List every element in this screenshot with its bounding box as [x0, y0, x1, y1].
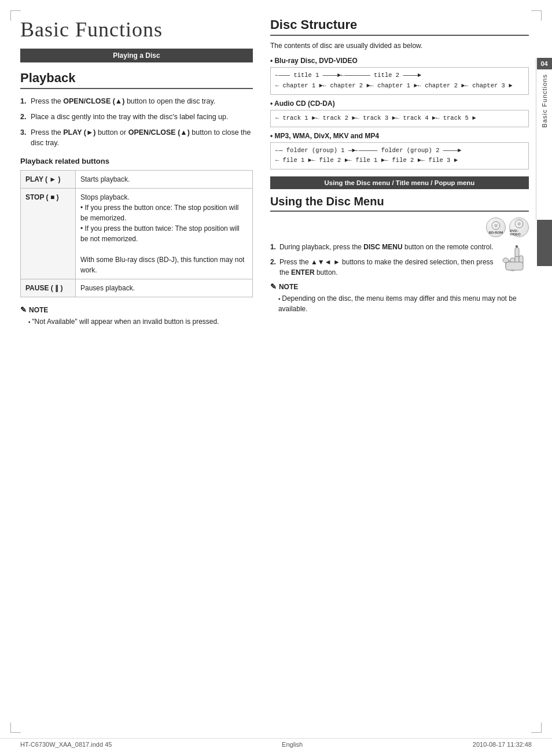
step-3-num: 3. — [20, 127, 31, 149]
table-val-pause: Pauses playback. — [76, 279, 253, 297]
svg-rect-10 — [515, 248, 519, 257]
playback-steps: 1. Press the OPEN/CLOSE (▲) button to op… — [20, 96, 253, 149]
hand-icon — [500, 242, 529, 276]
disc-structure-heading: Disc Structure — [270, 17, 529, 36]
page-wrapper: 04 Basic Functions Basic Functions Playi… — [0, 0, 552, 756]
menu-steps-container: 1. During playback, press the DISC MENU … — [270, 242, 529, 278]
table-val-stop: Stops playback. • If you press the butto… — [76, 189, 253, 279]
corner-tr — [531, 10, 542, 21]
disc-desc: The contents of disc are usually divided… — [270, 40, 529, 51]
playback-table: PLAY ( ► ) Starts playback. STOP ( ■ ) S… — [20, 170, 253, 297]
disc-icons-row: BD-ROM DVD-VIDEO — [270, 217, 529, 237]
step-2-num: 2. — [20, 112, 31, 123]
svg-point-0 — [492, 222, 500, 230]
disc-diagram-bluray: ←——— title 1 ————►←——————— title 2 ————►… — [270, 67, 529, 95]
note-list: "Not Available" will appear when an inva… — [20, 316, 253, 327]
step-2-text: Place a disc gently into the tray with t… — [31, 112, 228, 123]
page-language: English — [282, 741, 303, 748]
disc-menu-heading: Using the Disc Menu — [270, 195, 529, 212]
menu-step-2-num: 2. — [270, 257, 279, 278]
right-note-item-1: Depending on the disc, the menu items ma… — [278, 293, 529, 314]
playing-disc-header: Playing a Disc — [20, 49, 253, 62]
side-tab-label: Basic Functions — [541, 74, 548, 128]
step-1-text: Press the OPEN/CLOSE (▲) button to open … — [31, 96, 215, 107]
disc-menu-steps: 1. During playback, press the DISC MENU … — [270, 242, 529, 278]
bdrom-label: BD-ROM — [489, 231, 503, 234]
side-tab-bar — [537, 220, 552, 266]
dvd-disc-graphic — [514, 219, 524, 228]
disc-icon-dvd: DVD-VIDEO — [509, 217, 529, 237]
bdrom-disc-graphic — [491, 221, 501, 230]
footer-left: HT-C6730W_XAA_0817.indd 45 — [20, 741, 112, 748]
step-2: 2. Place a disc gently into the tray wit… — [20, 112, 253, 123]
svg-rect-9 — [506, 262, 523, 270]
step-1-num: 1. — [20, 96, 31, 107]
corner-bl — [10, 722, 21, 733]
side-tab: 04 Basic Functions — [536, 58, 552, 220]
note-title: NOTE — [20, 305, 253, 314]
side-tab-number: 04 — [537, 58, 552, 69]
table-row-pause: PAUSE ( ‖ ) Pauses playback. — [21, 279, 253, 297]
table-key-stop: STOP ( ■ ) — [21, 189, 76, 279]
menu-step-2: 2. Press the ▲▼◄ ► buttons to make the d… — [270, 257, 495, 278]
disc-diagram-mp3: ←— folder (group) 1 —►←————— folder (gro… — [270, 142, 529, 170]
disc-diagram-cd: ← track 1 ►← track 2 ►← track 3 ►← track… — [270, 110, 529, 127]
svg-point-2 — [515, 220, 523, 228]
svg-point-11 — [516, 245, 518, 248]
hand-icon-container — [500, 242, 529, 278]
table-key-play: PLAY ( ► ) — [21, 171, 76, 189]
table-val-play: Starts playback. — [76, 171, 253, 189]
svg-point-1 — [495, 224, 497, 227]
svg-point-3 — [518, 223, 520, 225]
right-note-box: NOTE Depending on the disc, the menu ite… — [270, 282, 529, 314]
menu-step-1-num: 1. — [270, 242, 279, 252]
disc-menu-header: Using the Disc menu / Title menu / Popup… — [270, 176, 529, 189]
note-box: NOTE "Not Available" will appear when an… — [20, 305, 253, 327]
right-note-list: Depending on the disc, the menu items ma… — [270, 293, 529, 314]
left-column: Basic Functions Playing a Disc Playback … — [20, 17, 264, 727]
menu-step-1: 1. During playback, press the DISC MENU … — [270, 242, 495, 252]
note-item-1: "Not Available" will appear when an inva… — [28, 316, 253, 327]
menu-step-1-text: During playback, press the DISC MENU but… — [279, 242, 494, 252]
right-column: Disc Structure The contents of disc are … — [264, 17, 529, 727]
footer-right: 2010-08-17 11:32:48 — [473, 741, 532, 748]
right-note-title: NOTE — [270, 282, 529, 291]
disc-type-cd: Audio CD (CD-DA) — [270, 99, 529, 108]
step-3-text: Press the PLAY (►) button or OPEN/CLOSE … — [31, 127, 253, 149]
step-3: 3. Press the PLAY (►) button or OPEN/CLO… — [20, 127, 253, 149]
playback-buttons-heading: Playback related buttons — [20, 157, 253, 165]
disc-type-bluray: Blu-ray Disc, DVD-VIDEO — [270, 57, 529, 65]
corner-br — [531, 722, 542, 733]
playback-heading: Playback — [20, 71, 253, 89]
corner-tl — [10, 10, 21, 21]
step-1: 1. Press the OPEN/CLOSE (▲) button to op… — [20, 96, 253, 107]
menu-step-2-text: Press the ▲▼◄ ► buttons to make the desi… — [279, 257, 495, 278]
disc-type-mp3: MP3, WMA, DivX, MKV and MP4 — [270, 132, 529, 140]
dvd-label: DVD-VIDEO — [510, 229, 528, 236]
disc-icon-bdrom: BD-ROM — [486, 217, 506, 237]
content-area: Basic Functions Playing a Disc Playback … — [20, 17, 529, 727]
table-key-pause: PAUSE ( ‖ ) — [21, 279, 76, 297]
table-row-stop: STOP ( ■ ) Stops playback. • If you pres… — [21, 189, 253, 279]
page-title: Basic Functions — [20, 17, 253, 42]
table-row-play: PLAY ( ► ) Starts playback. — [21, 171, 253, 189]
footer: HT-C6730W_XAA_0817.indd 45 English 2010-… — [0, 738, 552, 750]
